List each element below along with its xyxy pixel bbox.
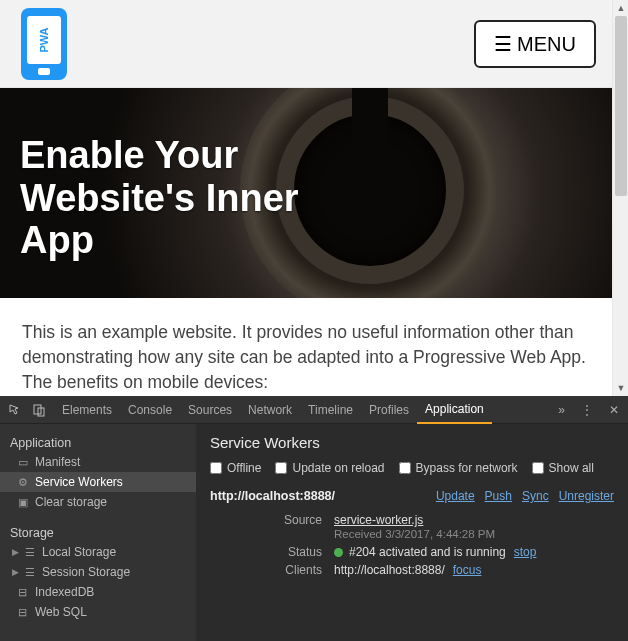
sidebar-item-label: Service Workers: [35, 475, 123, 489]
devtools-main: Service Workers Offline Update on reload…: [196, 424, 628, 641]
pwa-logo: PWA: [16, 8, 72, 80]
tab-profiles[interactable]: Profiles: [361, 396, 417, 424]
manifest-icon: ▭: [16, 456, 29, 469]
sidebar-item-label: Local Storage: [42, 545, 116, 559]
devtools-close-icon[interactable]: ✕: [606, 403, 622, 417]
sidebar-section-application: Application: [0, 432, 196, 452]
site-header: PWA ☰ MENU: [0, 0, 612, 88]
chevron-right-icon: ▶: [12, 567, 19, 577]
database-icon: ⊟: [16, 606, 29, 619]
source-received: Received 3/3/2017, 4:44:28 PM: [334, 528, 495, 540]
sidebar-item-local-storage[interactable]: ▶ ☰ Local Storage: [0, 542, 196, 562]
hero-title-line: Website's Inner: [20, 177, 299, 219]
tab-elements[interactable]: Elements: [54, 396, 120, 424]
devtools-sidebar: Application ▭ Manifest ⚙ Service Workers…: [0, 424, 196, 641]
scroll-up-icon[interactable]: ▲: [613, 0, 628, 16]
tab-console[interactable]: Console: [120, 396, 180, 424]
tab-sources[interactable]: Sources: [180, 396, 240, 424]
link-update[interactable]: Update: [436, 489, 475, 503]
clients-value: http://localhost:8888/: [334, 563, 445, 577]
inspect-icon[interactable]: [6, 401, 24, 419]
storage-icon: ☰: [23, 546, 36, 559]
label-clients: Clients: [210, 563, 334, 577]
check-update-on-reload[interactable]: Update on reload: [275, 461, 384, 475]
status-text: #204 activated and is running: [349, 545, 506, 559]
gear-icon: ⚙: [16, 476, 29, 489]
sidebar-item-clear-storage[interactable]: ▣ Clear storage: [0, 492, 196, 512]
intro-paragraph: This is an example website. It provides …: [0, 298, 612, 396]
panel-options: Offline Update on reload Bypass for netw…: [210, 461, 614, 475]
hero-title-line: App: [20, 219, 94, 261]
tab-application[interactable]: Application: [417, 396, 492, 424]
scroll-thumb[interactable]: [615, 16, 627, 196]
link-focus[interactable]: focus: [453, 563, 482, 577]
check-bypass-for-network[interactable]: Bypass for network: [399, 461, 518, 475]
devtools-panel: Elements Console Sources Network Timelin…: [0, 396, 628, 641]
sw-origin: http://localhost:8888/: [210, 489, 335, 503]
checkbox-show-all[interactable]: [532, 462, 544, 474]
sidebar-item-label: IndexedDB: [35, 585, 94, 599]
hero-title: Enable Your Website's Inner App: [20, 134, 299, 262]
check-label: Update on reload: [292, 461, 384, 475]
check-label: Show all: [549, 461, 594, 475]
status-indicator-icon: [334, 548, 343, 557]
sidebar-item-label: Session Storage: [42, 565, 130, 579]
devtools-menu-icon[interactable]: ⋮: [578, 403, 596, 417]
link-sync[interactable]: Sync: [522, 489, 549, 503]
sidebar-item-session-storage[interactable]: ▶ ☰ Session Storage: [0, 562, 196, 582]
sidebar-item-indexeddb[interactable]: ⊟ IndexedDB: [0, 582, 196, 602]
link-push[interactable]: Push: [485, 489, 512, 503]
sidebar-item-label: Clear storage: [35, 495, 107, 509]
link-stop[interactable]: stop: [514, 545, 537, 559]
sidebar-item-websql[interactable]: ⊟ Web SQL: [0, 602, 196, 622]
clear-icon: ▣: [16, 496, 29, 509]
scroll-down-icon[interactable]: ▼: [613, 380, 628, 396]
check-label: Bypass for network: [416, 461, 518, 475]
label-source: Source: [210, 513, 334, 541]
link-unregister[interactable]: Unregister: [559, 489, 614, 503]
sidebar-item-label: Manifest: [35, 455, 80, 469]
sidebar-item-label: Web SQL: [35, 605, 87, 619]
checkbox-update-on-reload[interactable]: [275, 462, 287, 474]
label-status: Status: [210, 545, 334, 559]
tabs-overflow-icon[interactable]: »: [555, 403, 568, 417]
sidebar-item-service-workers[interactable]: ⚙ Service Workers: [0, 472, 196, 492]
source-file-link[interactable]: service-worker.js: [334, 513, 423, 527]
logo-text: PWA: [38, 27, 50, 52]
devtools-tabbar: Elements Console Sources Network Timelin…: [0, 396, 628, 424]
sidebar-item-manifest[interactable]: ▭ Manifest: [0, 452, 196, 472]
checkbox-bypass-for-network[interactable]: [399, 462, 411, 474]
checkbox-offline[interactable]: [210, 462, 222, 474]
panel-heading: Service Workers: [210, 434, 614, 451]
hero-title-line: Enable Your: [20, 134, 238, 176]
database-icon: ⊟: [16, 586, 29, 599]
storage-icon: ☰: [23, 566, 36, 579]
check-label: Offline: [227, 461, 261, 475]
check-offline[interactable]: Offline: [210, 461, 261, 475]
device-icon[interactable]: [30, 401, 48, 419]
tab-timeline[interactable]: Timeline: [300, 396, 361, 424]
tab-network[interactable]: Network: [240, 396, 300, 424]
check-show-all[interactable]: Show all: [532, 461, 594, 475]
chevron-right-icon: ▶: [12, 547, 19, 557]
hero-banner: Enable Your Website's Inner App: [0, 88, 612, 298]
menu-button[interactable]: ☰ MENU: [474, 20, 596, 68]
sidebar-section-storage: Storage: [0, 522, 196, 542]
